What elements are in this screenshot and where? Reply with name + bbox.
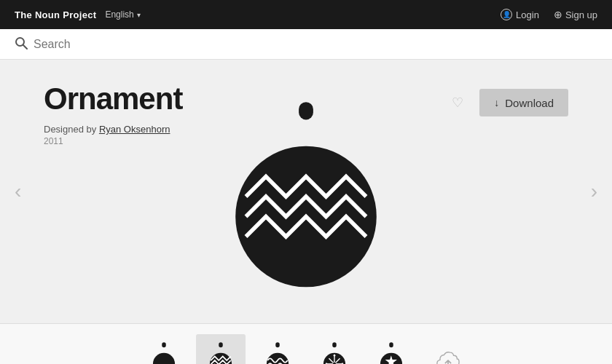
user-icon: 👤 [501, 9, 512, 20]
title-actions: ♡ ↓ Download [444, 89, 568, 116]
nav-left: The Noun Project English ▾ [15, 9, 141, 20]
download-arrow-icon: ↓ [494, 97, 499, 108]
download-button[interactable]: ↓ Download [479, 89, 568, 116]
plus-icon: ⊕ [554, 9, 562, 20]
svg-rect-2 [299, 102, 313, 119]
main-content: Ornament ♡ ↓ Download Designed by Ryan O… [0, 60, 612, 323]
thumbnail-1[interactable] [139, 334, 189, 365]
designer-name-link[interactable]: Ryan Oksenhorn [99, 124, 170, 135]
icon-display [226, 74, 386, 316]
download-label: Download [505, 97, 554, 109]
search-bar [0, 29, 612, 60]
signup-label: Sign up [565, 9, 597, 20]
nav-right: 👤 Login ⊕ Sign up [501, 9, 597, 20]
heart-icon: ♡ [452, 95, 463, 111]
thumbnails-bar [0, 323, 612, 364]
svg-point-5 [153, 352, 175, 364]
language-selector[interactable]: English ▾ [105, 9, 140, 20]
thumbnail-6[interactable] [423, 334, 473, 365]
login-button[interactable]: 👤 Login [501, 9, 539, 20]
brand-logo: The Noun Project [15, 9, 96, 20]
language-label: English [105, 9, 133, 20]
svg-rect-10 [332, 342, 336, 347]
svg-rect-21 [389, 342, 393, 347]
thumbnail-3[interactable] [253, 334, 302, 365]
next-arrow-button[interactable]: › [591, 180, 597, 203]
thumbnail-4[interactable] [310, 334, 359, 365]
svg-rect-4 [162, 342, 165, 347]
svg-line-1 [23, 45, 27, 49]
page-title: Ornament [44, 82, 182, 116]
prev-arrow-button[interactable]: ‹ [15, 180, 21, 203]
search-icon [15, 36, 28, 52]
svg-point-17 [334, 354, 336, 356]
language-arrow-icon: ▾ [137, 11, 141, 19]
favorite-button[interactable]: ♡ [444, 90, 471, 116]
search-input[interactable] [34, 38, 179, 51]
svg-rect-6 [219, 342, 222, 347]
svg-rect-8 [275, 342, 279, 347]
signup-button[interactable]: ⊕ Sign up [554, 9, 597, 20]
top-nav: The Noun Project English ▾ 👤 Login ⊕ Sig… [0, 0, 612, 29]
thumbnail-5[interactable] [366, 334, 416, 365]
thumbnail-2[interactable] [196, 334, 246, 365]
designed-by-text: Designed by [44, 124, 99, 135]
main-icon [226, 100, 386, 290]
login-label: Login [516, 9, 539, 20]
